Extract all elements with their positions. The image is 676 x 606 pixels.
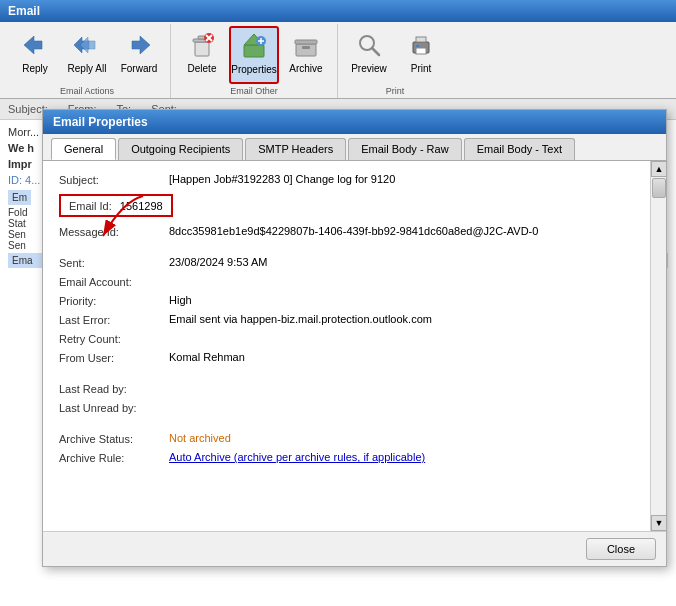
- scrollbar-track: ▲ ▼: [650, 161, 666, 531]
- archive-rule-row: Archive Rule: Auto Archive (archive per …: [59, 451, 646, 464]
- archive-rule-value[interactable]: Auto Archive (archive per archive rules,…: [169, 451, 646, 463]
- svg-rect-17: [302, 46, 310, 49]
- dialog-title-bar: Email Properties: [43, 110, 666, 134]
- reply-all-icon: [71, 29, 103, 61]
- tab-smtp[interactable]: SMTP Headers: [245, 138, 346, 160]
- svg-line-19: [372, 48, 379, 55]
- forward-icon: [123, 29, 155, 61]
- email-other-group-label: Email Other: [230, 86, 278, 96]
- ribbon: Reply Reply All: [0, 22, 676, 99]
- scrollbar-thumb[interactable]: [652, 178, 666, 198]
- last-read-label: Last Read by:: [59, 382, 169, 395]
- last-error-row: Last Error: Email sent via happen-biz.ma…: [59, 313, 646, 326]
- properties-label: Properties: [231, 64, 277, 76]
- svg-rect-23: [416, 45, 419, 47]
- delete-button[interactable]: Delete: [177, 26, 227, 84]
- message-id-value: 8dcc35981eb1e9d$4229807b-1406-439f-bb92-…: [169, 225, 646, 237]
- print-icon: [405, 29, 437, 61]
- dialog-title-text: Email Properties: [53, 115, 148, 129]
- email-body-bold: We h: [8, 142, 34, 154]
- priority-label: Priority:: [59, 294, 169, 307]
- tab-general[interactable]: General: [51, 138, 116, 160]
- archive-rule-label: Archive Rule:: [59, 451, 169, 464]
- from-user-value: Komal Rehman: [169, 351, 646, 363]
- retry-count-row: Retry Count:: [59, 332, 646, 345]
- reply-label: Reply: [22, 63, 48, 75]
- ribbon-group-email-actions: Reply Reply All: [4, 24, 171, 98]
- ribbon-group-email-other: Delete Properties: [171, 24, 338, 98]
- archive-status-value: Not archived: [169, 432, 646, 444]
- ribbon-group-print: Preview Print Print: [338, 24, 452, 98]
- email-improve: Impr: [8, 158, 32, 170]
- preview-button[interactable]: Preview: [344, 26, 394, 84]
- sent-row: Sent: 23/08/2024 9:53 AM: [59, 256, 646, 269]
- email-account-row: Email Account:: [59, 275, 646, 288]
- message-id-label: Message Id:: [59, 225, 169, 238]
- reply-button[interactable]: Reply: [10, 26, 60, 84]
- archive-status-row: Archive Status: Not archived: [59, 432, 646, 445]
- archive-button[interactable]: Archive: [281, 26, 331, 84]
- email-indicator: Em: [8, 190, 31, 205]
- dialog-content: Subject: [Happen Job#3192283 0] Change l…: [43, 161, 666, 531]
- subject-value: [Happen Job#3192283 0] Change log for 91…: [169, 173, 646, 185]
- properties-icon: [238, 30, 270, 62]
- email-id-row: Email Id: 1561298: [59, 194, 646, 217]
- email-id-box: Email Id: 1561298: [59, 194, 173, 217]
- subject-row: Subject: [Happen Job#3192283 0] Change l…: [59, 173, 646, 186]
- last-unread-row: Last Unread by:: [59, 401, 646, 414]
- last-unread-label: Last Unread by:: [59, 401, 169, 414]
- reply-all-button[interactable]: Reply All: [62, 26, 112, 84]
- last-error-label: Last Error:: [59, 313, 169, 326]
- properties-button[interactable]: Properties: [229, 26, 279, 84]
- delete-icon: [186, 29, 218, 61]
- forward-label: Forward: [121, 63, 158, 75]
- dialog-footer: Close: [43, 531, 666, 566]
- svg-rect-15: [296, 44, 316, 56]
- archive-label: Archive: [289, 63, 322, 75]
- archive-icon: [290, 29, 322, 61]
- sent-label: Sent:: [59, 256, 169, 269]
- reply-icon: [19, 29, 51, 61]
- preview-label: Preview: [351, 63, 387, 75]
- archive-status-label: Archive Status:: [59, 432, 169, 445]
- svg-rect-22: [416, 48, 426, 54]
- svg-marker-3: [132, 36, 150, 54]
- print-group-label: Print: [386, 86, 405, 96]
- priority-row: Priority: High: [59, 294, 646, 307]
- close-button[interactable]: Close: [586, 538, 656, 560]
- priority-value: High: [169, 294, 646, 306]
- delete-label: Delete: [188, 63, 217, 75]
- title-bar: Email: [0, 0, 676, 22]
- email-actions-group-label: Email Actions: [60, 86, 114, 96]
- tab-text[interactable]: Email Body - Text: [464, 138, 575, 160]
- title-label: Email: [8, 4, 40, 18]
- svg-rect-16: [295, 40, 317, 44]
- retry-count-label: Retry Count:: [59, 332, 169, 345]
- print-button[interactable]: Print: [396, 26, 446, 84]
- forward-button[interactable]: Forward: [114, 26, 164, 84]
- email-id-label: Email Id:: [69, 199, 112, 212]
- from-user-row: From User: Komal Rehman: [59, 351, 646, 364]
- tab-outgoing[interactable]: Outgoing Recipients: [118, 138, 243, 160]
- tab-raw[interactable]: Email Body - Raw: [348, 138, 461, 160]
- email-account-label: Email Account:: [59, 275, 169, 288]
- last-read-row: Last Read by:: [59, 382, 646, 395]
- scroll-down-button[interactable]: ▼: [651, 515, 667, 531]
- svg-rect-10: [244, 45, 264, 57]
- svg-rect-4: [195, 42, 209, 56]
- preview-icon: [353, 29, 385, 61]
- message-id-row: Message Id: 8dcc35981eb1e9d$4229807b-140…: [59, 225, 646, 238]
- scroll-up-button[interactable]: ▲: [651, 161, 667, 177]
- email-background: Subject: From: To: Sent: Morr... We h Im…: [0, 99, 676, 606]
- print-label: Print: [411, 63, 432, 75]
- svg-rect-21: [416, 37, 426, 42]
- tabs-bar: General Outgoing Recipients SMTP Headers…: [43, 134, 666, 161]
- last-error-value: Email sent via happen-biz.mail.protectio…: [169, 313, 646, 325]
- email-id-value: 1561298: [120, 200, 163, 212]
- svg-marker-0: [24, 36, 42, 54]
- from-user-label: From User:: [59, 351, 169, 364]
- email-properties-dialog: Email Properties General Outgoing Recipi…: [42, 109, 667, 567]
- sent-value: 23/08/2024 9:53 AM: [169, 256, 646, 268]
- subject-label: Subject:: [59, 173, 169, 186]
- reply-all-label: Reply All: [68, 63, 107, 75]
